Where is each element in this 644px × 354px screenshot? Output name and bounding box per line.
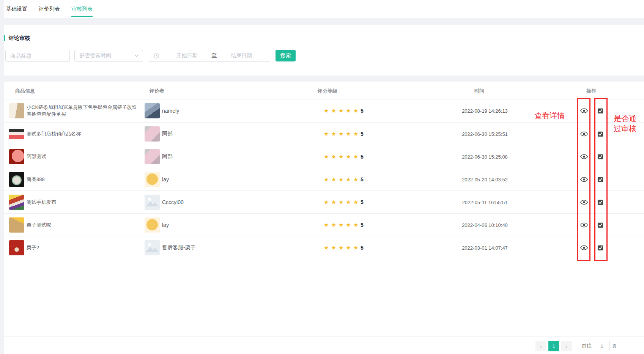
rating-value: 5 [361, 108, 364, 114]
reviewer-name: lay [162, 176, 169, 183]
reviewer-name: 阿部 [162, 131, 173, 137]
product-image [9, 126, 24, 142]
pagination-prev-button[interactable]: ‹ [535, 341, 546, 351]
product-title: 商品888 [27, 176, 139, 183]
select-placeholder: 是否搜索时间 [79, 52, 134, 59]
reviewer-name: lay [162, 222, 169, 228]
col-rating: 评分等级 [318, 88, 337, 94]
annotation-approve-line2: 过审核 [614, 124, 636, 134]
product-image [9, 172, 24, 187]
annotation-view-detail-label: 查看详情 [534, 110, 565, 121]
product-image [9, 195, 24, 210]
start-date-placeholder[interactable]: 开始日期 [162, 52, 212, 59]
product-image [9, 240, 24, 255]
table-header: 商品信息 评价者 评分等级 时间 操作 [4, 82, 644, 99]
reviewer-avatar-placeholder [145, 195, 160, 210]
star-rating-icons: ★★★★★ [324, 131, 361, 137]
product-image [9, 149, 24, 164]
rating-value: 5 [361, 245, 364, 251]
table-row: 商品888 lay ★★★★★ 5 2022-05-20 14:03:52 [4, 168, 644, 191]
section-title: 评论审核 [4, 35, 30, 41]
review-time: 2022-05-11 16:55:51 [440, 199, 529, 205]
tab-label: 基础设置 [6, 6, 27, 13]
star-rating-icons: ★★★★★ [324, 199, 361, 206]
reviewer-avatar [145, 172, 160, 187]
image-placeholder-icon [145, 240, 160, 255]
time-search-select[interactable]: 是否搜索时间 [74, 50, 143, 62]
review-time: 2022-06-30 15:25:08 [440, 154, 529, 159]
page-jump-input[interactable] [594, 341, 610, 351]
rating-value: 5 [361, 222, 364, 228]
col-action: 操作 [586, 88, 596, 94]
active-tab-underline [71, 16, 93, 17]
pagination-page-1-button[interactable]: 1 [548, 341, 559, 351]
col-time: 时间 [474, 88, 484, 94]
table-row: 栗子测试呢 lay ★★★★★ 5 2022-04-06 10:10:40 [4, 214, 644, 236]
jumper-suffix-label: 页 [612, 343, 617, 349]
tab-label: 审核列表 [71, 6, 93, 13]
reviewer-avatar [145, 149, 160, 164]
reviewer-avatar-placeholder [145, 240, 160, 255]
rating-value: 5 [361, 199, 364, 205]
star-rating-icons: ★★★★★ [324, 176, 361, 183]
rating-value: 5 [361, 131, 364, 137]
comment-review-filter-section: 评论审核 是否搜索时间 开始日期 至 结束日期 搜索 [4, 25, 644, 76]
table-row: 测试多门店核销商品名称 阿部 ★★★★★ 5 2022-06-30 15:25:… [4, 123, 644, 145]
rating-value: 5 [361, 154, 364, 160]
product-title: 阿部测试 [27, 153, 139, 160]
jumper-prefix-label: 前往 [582, 343, 592, 349]
annotation-approve-label: 是否通 过审核 [614, 113, 636, 134]
reviewer-name: 阿部 [162, 153, 173, 160]
product-image [9, 217, 24, 233]
star-rating-icons: ★★★★★ [324, 244, 361, 251]
annotation-approve-line1: 是否通 [614, 113, 636, 124]
tab-bar: 基础设置 评价列表 审核列表 [4, 0, 644, 18]
clock-icon [154, 53, 159, 59]
table-row: 栗子2 售后客服-栗子 ★★★★★ 5 2022-03-01 14:07:47 [4, 236, 644, 259]
reviewer-avatar [145, 126, 160, 142]
reviewer-avatar [145, 217, 160, 233]
annotation-box-approve-column [594, 98, 608, 261]
search-button[interactable]: 搜索 [276, 50, 296, 61]
review-time: 2022-06-30 15:25:51 [440, 131, 529, 137]
footer-divider [4, 337, 644, 337]
col-product-info: 商品信息 [15, 88, 35, 94]
date-range-picker[interactable]: 开始日期 至 结束日期 [149, 50, 270, 62]
product-title: 栗子测试呢 [27, 222, 139, 228]
reviewer-name: 售后客服-栗子 [162, 244, 196, 251]
col-reviewer: 评价者 [150, 88, 164, 94]
table-row: 测试手机发布 Ccccyl00 ★★★★★ 5 2022-05-11 16:55… [4, 191, 644, 214]
table-row: 阿部测试 阿部 ★★★★★ 5 2022-06-30 15:25:08 [4, 145, 644, 168]
review-time: 2022-03-01 14:07:47 [440, 245, 529, 250]
star-rating-icons: ★★★★★ [324, 153, 361, 160]
product-title: 测试多门店核销商品名称 [27, 131, 139, 137]
star-rating-icons: ★★★★★ [324, 222, 361, 228]
tab-basic-settings[interactable]: 基础设置 [6, 0, 27, 18]
reviewer-name: Ccccyl00 [162, 199, 184, 205]
product-title: 测试手机发布 [27, 199, 139, 206]
image-placeholder-icon [145, 195, 160, 210]
annotation-box-view-detail-column [577, 98, 590, 261]
pagination-next-button[interactable]: › [561, 341, 572, 351]
review-time: 2022-04-06 10:10:40 [440, 222, 529, 228]
pagination: ‹ 1 › 前往 页 [535, 341, 619, 351]
review-time: 2022-05-20 14:03:52 [440, 176, 529, 182]
pagination-jumper: 前往 页 [579, 341, 619, 351]
chevron-down-icon [134, 54, 139, 57]
rating-value: 5 [361, 176, 364, 183]
reviewer-avatar [145, 103, 160, 118]
product-image [9, 103, 24, 118]
review-time: 2022-08-19 14:26:13 [440, 108, 529, 114]
audit-table: 商品信息 评价者 评分等级 时间 操作 小CK链条加粗加宽单肩腋下包手提包金属链… [4, 82, 644, 354]
star-rating-icons: ★★★★★ [324, 107, 361, 114]
product-title: 小CK链条加粗加宽单肩腋下包手提包金属链子改造替换包包配件单买 [27, 104, 139, 118]
product-title-input[interactable] [5, 50, 70, 62]
end-date-placeholder[interactable]: 结束日期 [217, 52, 266, 59]
tab-audit-list[interactable]: 审核列表 [71, 0, 93, 18]
tab-evaluation-list[interactable]: 评价列表 [39, 0, 60, 18]
product-title: 栗子2 [27, 244, 139, 251]
date-separator: 至 [212, 52, 217, 59]
reviewer-name: namely [162, 108, 179, 114]
tab-label: 评价列表 [39, 6, 60, 13]
